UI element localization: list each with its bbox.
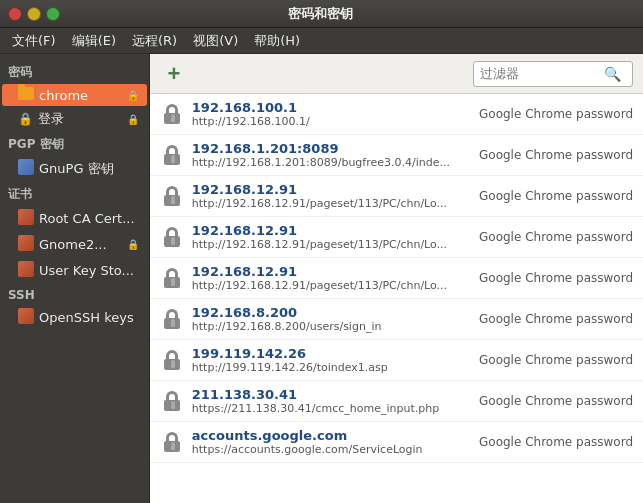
main-layout: 密码 chrome 🔒 🔒 登录 🔒 PGP 密钥 GnuPG 密钥 证书 Ro… [0,54,643,503]
lock-row-icon [160,100,184,128]
search-icon: 🔍 [604,66,621,82]
lock-icon [163,350,181,370]
password-title: 192.168.1.201:8089 [192,141,450,156]
minimize-button[interactable] [27,7,41,21]
sidebar-item-userkey[interactable]: User Key Sto... [2,258,147,283]
lock-icon-gnome2: 🔒 [127,239,139,250]
password-url: https://211.138.30.41/cmcc_home_input.ph… [192,402,450,415]
folder-icon [18,87,34,103]
password-url: http://192.168.12.91/pageset/113/PC/chn/… [192,238,450,251]
password-info: 192.168.100.1 http://192.168.100.1/ [192,100,450,128]
password-info: 192.168.1.201:8089 http://192.168.1.201:… [192,141,450,169]
sidebar-item-openssh[interactable]: OpenSSH keys [2,305,147,330]
table-row[interactable]: 192.168.12.91 http://192.168.12.91/pages… [150,176,643,217]
table-row[interactable]: 192.168.100.1 http://192.168.100.1/ Goog… [150,94,643,135]
lock-icon [163,268,181,288]
menu-file[interactable]: 文件(F) [4,30,64,52]
password-info: 192.168.8.200 http://192.168.8.200/users… [192,305,450,333]
sidebar-item-userkey-label: User Key Sto... [39,263,134,278]
password-title: 192.168.8.200 [192,305,450,320]
menu-view[interactable]: 视图(V) [185,30,246,52]
cert-icon-2 [18,235,34,254]
password-type: Google Chrome password [458,107,633,121]
maximize-button[interactable] [46,7,60,21]
window-title: 密码和密钥 [66,5,575,23]
close-button[interactable] [8,7,22,21]
sidebar-item-login[interactable]: 🔒 登录 🔒 [2,107,147,131]
password-url: http://192.168.8.200/users/sign_in [192,320,450,333]
password-url: http://192.168.12.91/pageset/113/PC/chn/… [192,197,450,210]
table-row[interactable]: accounts.google.com https://accounts.goo… [150,422,643,463]
password-url: http://192.168.1.201:8089/bugfree3.0.4/i… [192,156,450,169]
table-row[interactable]: 192.168.12.91 http://192.168.12.91/pages… [150,217,643,258]
toolbar: + 🔍 [150,54,643,94]
password-type: Google Chrome password [458,353,633,367]
lock-icon [163,391,181,411]
sidebar-item-chrome[interactable]: chrome 🔒 [2,84,147,106]
table-row[interactable]: 199.119.142.26 http://199.119.142.26/toi… [150,340,643,381]
password-url: http://192.168.12.91/pageset/113/PC/chn/… [192,279,450,292]
table-row[interactable]: 192.168.1.201:8089 http://192.168.1.201:… [150,135,643,176]
password-info: 192.168.12.91 http://192.168.12.91/pages… [192,264,450,292]
sidebar-item-chrome-label: chrome [39,88,88,103]
password-title: accounts.google.com [192,428,450,443]
lock-icon [163,432,181,452]
password-info: 211.138.30.41 https://211.138.30.41/cmcc… [192,387,450,415]
gnupg-icon [18,159,34,178]
menu-help[interactable]: 帮助(H) [246,30,308,52]
lock-row-icon [160,223,184,251]
sidebar-section-pgp: PGP 密钥 [0,132,149,155]
password-type: Google Chrome password [458,148,633,162]
lock-row-icon [160,305,184,333]
menu-bar: 文件(F) 编辑(E) 远程(R) 视图(V) 帮助(H) [0,28,643,54]
lock-icon [163,104,181,124]
search-input[interactable] [480,66,600,81]
add-button[interactable]: + [160,60,188,88]
sidebar-item-login-label: 登录 [38,110,64,128]
password-type: Google Chrome password [458,230,633,244]
sidebar-section-passwords: 密码 [0,60,149,83]
lock-icon [163,227,181,247]
content-area: + 🔍 192.168.100.1 http://192.168.100.1/ [150,54,643,503]
sidebar-item-gnome2-label: Gnome2... [39,237,107,252]
password-title: 192.168.100.1 [192,100,450,115]
password-info: 192.168.12.91 http://192.168.12.91/pages… [192,223,450,251]
sidebar-item-rootca-label: Root CA Cert... [39,211,135,226]
password-url: http://192.168.100.1/ [192,115,450,128]
lock-icon [163,145,181,165]
password-type: Google Chrome password [458,271,633,285]
ssh-icon [18,308,34,327]
password-url: https://accounts.google.com/ServiceLogin [192,443,450,456]
sidebar-section-ssh: SSH [0,284,149,304]
password-info: accounts.google.com https://accounts.goo… [192,428,450,456]
password-type: Google Chrome password [458,435,633,449]
lock-small-icon: 🔒 [18,112,33,126]
sidebar: 密码 chrome 🔒 🔒 登录 🔒 PGP 密钥 GnuPG 密钥 证书 Ro… [0,54,150,503]
lock-row-icon [160,387,184,415]
password-title: 192.168.12.91 [192,182,450,197]
window-buttons [8,7,60,21]
search-box: 🔍 [473,61,633,87]
lock-icon-login: 🔒 [127,114,139,125]
sidebar-item-openssh-label: OpenSSH keys [39,310,134,325]
cert-icon-1 [18,209,34,228]
table-row[interactable]: 211.138.30.41 https://211.138.30.41/cmcc… [150,381,643,422]
menu-edit[interactable]: 编辑(E) [64,30,124,52]
password-type: Google Chrome password [458,189,633,203]
lock-row-icon [160,264,184,292]
password-title: 211.138.30.41 [192,387,450,402]
sidebar-item-gnupg[interactable]: GnuPG 密钥 [2,156,147,181]
lock-row-icon [160,346,184,374]
password-title: 199.119.142.26 [192,346,450,361]
sidebar-item-gnupg-label: GnuPG 密钥 [39,160,114,178]
lock-row-icon [160,182,184,210]
menu-remote[interactable]: 远程(R) [124,30,185,52]
lock-icon-chrome: 🔒 [127,90,139,101]
sidebar-item-rootca[interactable]: Root CA Cert... [2,206,147,231]
password-list: 192.168.100.1 http://192.168.100.1/ Goog… [150,94,643,503]
table-row[interactable]: 192.168.12.91 http://192.168.12.91/pages… [150,258,643,299]
sidebar-item-gnome2[interactable]: Gnome2... 🔒 [2,232,147,257]
table-row[interactable]: 192.168.8.200 http://192.168.8.200/users… [150,299,643,340]
lock-row-icon [160,141,184,169]
password-title: 192.168.12.91 [192,264,450,279]
